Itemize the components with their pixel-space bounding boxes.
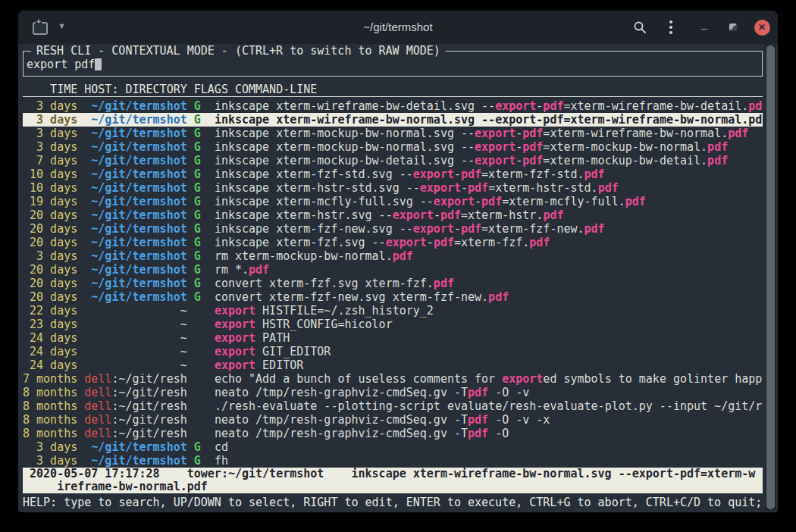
row-dir: ~/git/termshot [84,222,186,236]
command-match: export [420,181,461,195]
command-match: export [386,236,427,249]
row-dir: ~/git/termshot [84,290,186,304]
command-text: inkscape xterm-wireframe-bw-detail.svg -… [215,99,495,113]
row-time: 20 days [23,277,84,290]
row-flags: G [187,222,215,236]
close-icon: ✕ [754,20,770,36]
command-text: neato /tmp/resh-graphviz-cmdSeq.gv -T [215,386,468,399]
command-match: pdf [522,154,543,167]
row-dir: :~/git/resh [111,427,186,440]
history-row[interactable]: 10 days ~/git/termshot G inkscape xterm-… [23,181,763,195]
history-row[interactable]: 20 days ~/git/termshot G rm *.pdf [23,263,763,277]
row-command: export HISTFILE=~/.zsh_history_2 [215,304,434,318]
command-text: =xterm-mockup-bw-normal. [543,140,707,154]
history-row[interactable]: 3 days ~/git/termshot G inkscape xterm-m… [23,127,763,140]
close-button[interactable]: ✕ [749,11,775,44]
row-time: 8 months [23,386,84,399]
command-match: pdf [434,277,454,290]
command-text: inkscape xterm-fzf-std.svg -- [215,167,413,181]
history-row[interactable]: 3 days ~/git/termshot G cd [23,440,763,454]
command-text: =xterm-hstr. [461,208,543,222]
history-row[interactable]: 23 days ~ export HSTR_CONFIG=hicolor [23,318,763,331]
history-row[interactable]: 20 days ~/git/termshot G convert xterm-f… [23,277,763,290]
row-host: dell [84,413,111,427]
history-row[interactable]: 8 months dell:~/git/resh neato /tmp/resh… [23,413,763,427]
history-row[interactable]: 7 months dell:~/git/resh echo "Add a bun… [23,372,763,386]
command-match: export [475,140,516,154]
command-match: pdf [522,140,543,154]
history-row[interactable]: 20 days ~/git/termshot G inkscape xterm-… [23,208,763,222]
history-row[interactable]: 20 days ~/git/termshot G inkscape xterm-… [23,222,763,236]
row-flags [187,427,215,440]
command-match: pdf [598,181,619,195]
history-row[interactable]: 24 days ~ export EDITOR [23,358,763,372]
history-row[interactable]: 8 months dell:~/git/resh ./resh-evaluate… [23,399,763,413]
row-dir: ~/git/termshot [84,454,186,468]
row-host: dell [84,399,111,413]
row-dir: ~/git/termshot [84,277,186,290]
command-match: export [434,195,475,208]
row-command: ./resh-evaluate --plotting-script evalua… [215,399,762,413]
row-dir: :~/git/resh [111,399,186,413]
command-text: inkscape xterm-mockup-bw-normal.svg -- [215,140,475,154]
row-flags: G [187,454,215,468]
search-query-text: export pdf [27,58,95,71]
row-command: inkscape xterm-hstr.svg --export-pdf=xte… [215,208,564,222]
command-text: =xterm-hstr-std. [488,181,598,195]
titlebar: + ▼ ~/git/termshot – ✕ [18,11,778,44]
row-flags: G [187,290,215,304]
row-time: 24 days [23,345,84,358]
search-button[interactable] [626,11,653,44]
command-text: inkscape xterm-fzf.svg -- [215,236,386,249]
terminal-window: + ▼ ~/git/termshot – ✕ RESH CLI - CONTEX… [18,11,778,512]
history-row[interactable]: 22 days ~ export HISTFILE=~/.zsh_history… [23,304,763,318]
history-row[interactable]: 8 months dell:~/git/resh neato /tmp/resh… [23,386,763,399]
kebab-menu-icon [669,20,672,34]
row-flags: G [187,263,215,277]
scrollbar[interactable] [766,45,775,509]
history-row[interactable]: 3 days ~/git/termshot G inkscape xterm-m… [23,140,763,154]
command-match: pdf [707,154,728,167]
history-row[interactable]: 3 days ~/git/termshot G inkscape xterm-w… [23,113,763,127]
command-text: -O -v [488,386,529,399]
command-text: =xterm-mockup-bw-detail. [543,154,707,167]
history-row[interactable]: 24 days ~ export GIT_EDITOR [23,345,763,358]
command-text: convert xterm-fzf-new.svg xterm-fzf-new. [215,290,488,304]
history-row[interactable]: 20 days ~/git/termshot G convert xterm-f… [23,290,763,304]
row-dir: ~/git/termshot [84,113,186,127]
command-text: EDITOR [255,358,303,372]
history-row[interactable]: 20 days ~/git/termshot G inkscape xterm-… [23,236,763,249]
history-row[interactable]: 3 days ~/git/termshot G rm xterm-mockup-… [23,249,763,263]
row-dir: ~/git/termshot [84,236,186,249]
row-flags: G [187,195,215,208]
command-match: export [413,222,454,236]
command-text: inkscape xterm-hstr.svg -- [215,208,393,222]
history-row[interactable]: 3 days ~/git/termshot G inkscape xterm-w… [23,99,763,113]
history-row[interactable]: 3 days ~/git/termshot G fh [23,454,763,468]
row-dir: ~/git/termshot [84,167,186,181]
text-cursor [95,58,102,70]
row-dir: ~ [84,358,186,372]
command-match: pdf [748,99,763,113]
history-row[interactable]: 7 days ~/git/termshot G inkscape xterm-m… [23,154,763,167]
restore-button[interactable] [722,11,744,44]
history-row[interactable]: 19 days ~/git/termshot G inkscape xterm-… [23,195,763,208]
command-text: rm xterm-mockup-bw-normal. [215,249,393,263]
command-text: ./resh-evaluate --plotting-script evalua… [215,399,762,413]
command-match: export [215,331,255,345]
history-row[interactable]: 10 days ~/git/termshot G inkscape xterm-… [23,167,763,181]
row-dir: ~/git/termshot [84,140,186,154]
row-time: 3 days [23,113,84,127]
row-flags: G [187,113,215,127]
command-match: export [502,372,543,386]
minimize-button[interactable]: – [693,11,716,44]
row-dir: ~/git/termshot [84,181,186,195]
command-text: cd [215,440,228,454]
row-time: 8 months [23,399,84,413]
menu-button[interactable] [660,11,682,44]
history-row[interactable]: 8 months dell:~/git/resh neato /tmp/resh… [23,427,763,440]
history-row[interactable]: 24 days ~ export PATH [23,331,763,345]
row-dir: ~ [84,345,186,358]
command-match: export [413,167,454,181]
command-text: HISTFILE=~/.zsh_history_2 [255,304,434,318]
